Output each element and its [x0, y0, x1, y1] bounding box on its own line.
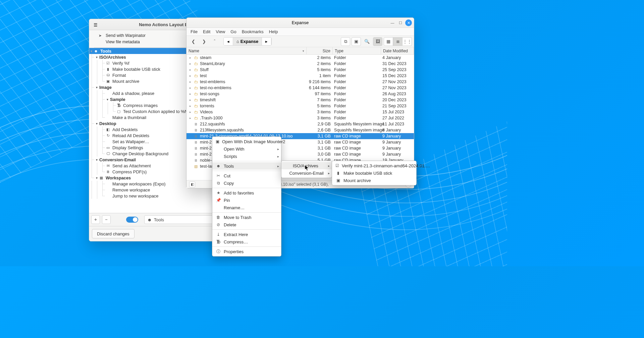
menu-item[interactable]: ▮Make bootable USB stick — [332, 169, 416, 177]
menu-bookmarks[interactable]: Bookmarks — [242, 29, 264, 34]
new-tab-button[interactable]: ⧉ — [341, 37, 350, 46]
menu-item[interactable]: 📌Pin — [212, 196, 281, 204]
menu-item-icon: 🗜 — [216, 239, 221, 244]
menu-item[interactable]: Open With▸ — [212, 145, 281, 153]
table-row[interactable]: 🗎213filesystem.squashfs2,6 GBSquashfs fi… — [186, 127, 414, 133]
menu-item[interactable]: ⊘Delete — [212, 221, 281, 228]
file-type: Folder — [333, 98, 381, 102]
menu-item-label: Mount archive — [343, 178, 371, 183]
menu-item-icon: ▮ — [335, 170, 341, 176]
crumb-fwd-icon[interactable]: ▸ — [262, 38, 271, 45]
compact-view-button[interactable]: ⋮⋮ — [402, 37, 412, 46]
file-name: SteamLibrary — [200, 61, 225, 66]
file-type: Folder — [333, 104, 381, 108]
view-switcher[interactable]: ▦ ≣ ⋮⋮ — [384, 37, 412, 46]
search-button[interactable]: 🔍 — [362, 37, 372, 46]
action-label: Send with Warpinator — [106, 33, 146, 38]
hamburger-button[interactable]: ☰ — [92, 21, 99, 29]
menu-item[interactable]: ★Add to favorites — [212, 189, 281, 196]
file-type: Folder — [333, 61, 381, 66]
table-row[interactable]: ▸🗀.Trash-10003 itemsFolder27 Jul 2022 — [186, 115, 414, 121]
menu-item[interactable]: Rename… — [212, 204, 281, 211]
menu-help[interactable]: Help — [269, 29, 278, 34]
menu-item-icon — [216, 146, 221, 152]
menu-item[interactable]: ▣Open With Disk Image Mounter2 — [212, 138, 281, 145]
enabled-toggle[interactable] — [126, 217, 138, 223]
list-view-button[interactable]: ≣ — [393, 37, 402, 46]
menu-item[interactable]: ▣Mount archive — [332, 177, 416, 184]
menu-item-label: Scripts — [224, 154, 237, 159]
table-row[interactable]: ▸🗀timeshift7 itemsFolder20 Dec 2023 — [186, 97, 414, 103]
file-name: test-songs — [200, 92, 219, 96]
close-button[interactable]: ✕ — [405, 19, 412, 26]
file-type: raw CD image — [333, 140, 381, 145]
table-row[interactable]: 🗎212.squashfs2,9 GBSquashfs filesystem i… — [186, 121, 414, 127]
file-size: 2,6 GB — [307, 128, 333, 132]
action-label: View file metadata — [106, 40, 140, 44]
menubar[interactable]: FileEditViewGoBookmarksHelp — [186, 28, 414, 36]
table-row[interactable]: ▸🗀SteamLibrary2 itemsFolder31 Dec 2023 — [186, 61, 414, 67]
table-row[interactable]: ▸🗀test-emblems9 216 itemsFolder27 Nov 20… — [186, 79, 414, 85]
table-row[interactable]: ▸🗀steam2 itemsFolder4 January — [186, 55, 414, 61]
table-row[interactable]: ▸🗀test-no-emblems6 144 itemsFolder27 Nov… — [186, 85, 414, 91]
file-date: 31 Dec 2023 — [381, 61, 414, 66]
context-menu-main[interactable]: ▣Open With Disk Image Mounter2Open With▸… — [212, 136, 281, 257]
file-size: 5 items — [307, 104, 333, 108]
forward-button[interactable]: ❯ — [199, 37, 209, 46]
table-row[interactable]: ▸🗀Stuff5 itemsFolder25 Sep 2023 — [186, 67, 414, 73]
menu-item-label: Copy — [224, 181, 234, 186]
menu-item-label: Compress… — [224, 239, 248, 244]
sidebar-toggle-button[interactable]: ◧ — [189, 181, 195, 187]
column-headers[interactable]: Name▾ Size Type Date Modified — [186, 47, 414, 55]
table-row[interactable]: ▸🗀Videos3 itemsFolder15 Jul 2023 — [186, 109, 414, 115]
menu-item[interactable]: 🗑Move to Trash — [212, 214, 281, 221]
file-name: test-no-emblems — [200, 86, 231, 90]
menu-item-label: Make bootable USB stick — [343, 171, 392, 176]
file-size: 2 items — [307, 55, 333, 60]
menu-item[interactable]: ⤓Extract Here — [212, 231, 281, 238]
add-button[interactable]: ＋ — [91, 215, 100, 224]
smiley-icon: ☻ — [147, 217, 152, 222]
file-date: 26 Aug 2023 — [381, 92, 414, 96]
discard-changes-button[interactable]: Discard changes — [92, 229, 135, 238]
context-menu-iso-archives[interactable]: ☑Verify mint-21.3-cinnamon-amd64-2024.01… — [332, 161, 417, 185]
menu-item[interactable]: Scripts▸ — [212, 153, 281, 160]
submenu-arrow-icon: ▸ — [328, 171, 330, 175]
nemo-title: Expanse — [292, 20, 309, 25]
remove-button[interactable]: － — [102, 215, 111, 224]
table-row[interactable]: ▸🗀test1 itemFolder15 Dec 2023 — [186, 73, 414, 79]
menu-edit[interactable]: Edit — [203, 29, 210, 34]
menu-item[interactable]: ✂Cut — [212, 172, 281, 179]
terminal-button[interactable]: ▣ — [352, 37, 361, 46]
breadcrumb[interactable]: ◂ ⌂Expanse ▸ — [223, 37, 272, 46]
thumbnail-button[interactable]: 🖼 — [373, 37, 382, 46]
menu-file[interactable]: File — [191, 29, 198, 34]
file-type: Folder — [333, 116, 381, 120]
table-row[interactable]: ▸🗀torrents5 itemsFolder21 Sep 2023 — [186, 103, 414, 109]
file-date: 15 Dec 2023 — [381, 73, 414, 78]
menu-item-label: Cut — [224, 173, 230, 178]
icon-view-button[interactable]: ▦ — [384, 37, 393, 46]
file-date: 8 January — [381, 128, 414, 132]
menu-view[interactable]: View — [216, 29, 225, 34]
file-date: 9 January — [381, 140, 414, 145]
minimize-button[interactable]: — — [389, 19, 396, 26]
menu-item[interactable]: ☻Tools▸ — [212, 162, 281, 170]
menu-item[interactable]: ☑Verify mint-21.3-cinnamon-amd64-2024.01… — [332, 162, 416, 169]
file-size: 5 items — [307, 67, 333, 72]
menu-go[interactable]: Go — [230, 29, 236, 34]
file-size: 3 items — [307, 110, 333, 114]
menu-item-icon: ▣ — [216, 139, 219, 144]
menu-item-label: Move to Trash — [224, 215, 251, 220]
up-button[interactable]: ˆ — [210, 37, 219, 46]
crumb-back-icon[interactable]: ◂ — [224, 38, 233, 45]
menu-item[interactable]: ⧉Copy — [212, 179, 281, 187]
maximize-button[interactable]: ☐ — [397, 19, 404, 26]
menu-item-icon — [216, 154, 221, 159]
menu-item[interactable]: ⓘProperties — [212, 248, 281, 255]
table-row[interactable]: ▸🗀test-songs97 itemsFolder26 Aug 2023 — [186, 91, 414, 97]
file-size: 9 216 items — [307, 79, 333, 84]
menu-item[interactable]: 🗜Compress… — [212, 238, 281, 245]
back-button[interactable]: ❮ — [189, 37, 198, 46]
file-date: 27 Nov 2023 — [381, 79, 414, 84]
